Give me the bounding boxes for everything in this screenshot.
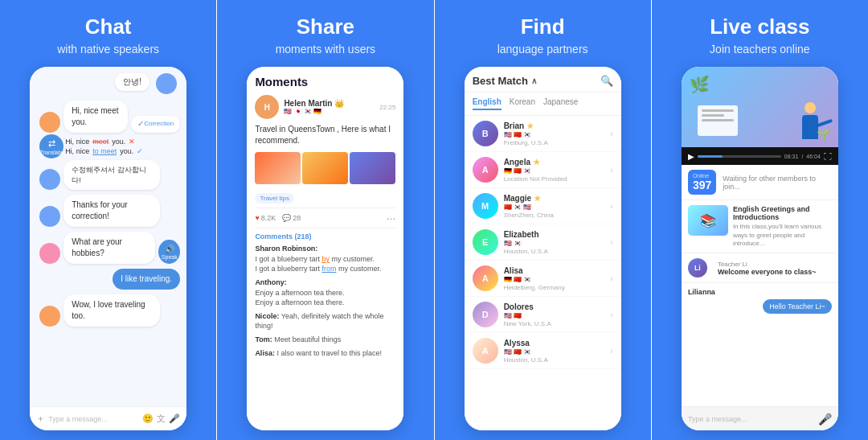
mic-icon[interactable]: 🎤 — [818, 413, 832, 426]
tab-korean[interactable]: Korean — [510, 97, 535, 110]
chat-message: Thanks for your correction! — [36, 195, 180, 227]
comment-entry: Tom: Meet beautiful things — [255, 335, 395, 345]
user-flags: 🇩🇪 🇨🇳 🇰🇷 — [504, 276, 610, 283]
wb-line — [702, 109, 734, 112]
translate-icon[interactable]: 文 — [157, 413, 166, 425]
wb-line — [702, 119, 734, 121]
plus-icon[interactable]: ＋ — [36, 413, 45, 425]
user-name: Brian ★ — [504, 121, 610, 130]
list-item[interactable]: E Elizabeth 🇺🇸 🇰🇷 Houston, U.S.A › — [465, 224, 621, 261]
chat-panel: Chat with native speakers 안녕! Hi, nice m… — [0, 0, 216, 440]
speak-button[interactable]: 🔊 Speak — [158, 240, 180, 264]
chat-phone: 안녕! Hi, nice meet you. ✓ Correction ⇄ — [30, 67, 186, 430]
user-flags: 🇨🇳 🇰🇷 🇺🇸 — [504, 204, 610, 211]
decor-plant: 🌱 — [817, 128, 830, 141]
post-header: H Helen Martin 👑 🇺🇸 🇯🇵 🇰🇷 🇩🇪 22:25 — [255, 95, 395, 119]
chevron-right-icon: › — [610, 273, 613, 283]
chat-subtitle: with native speakers — [57, 43, 159, 56]
find-screen: Best Match ∧ 🔍 English Korean Japanese B… — [465, 67, 621, 430]
user-name: Maggie ★ — [504, 194, 610, 203]
photo-grid — [255, 152, 395, 184]
find-panel: Find language partners Best Match ∧ 🔍 En… — [435, 0, 651, 440]
translate-button[interactable]: ⇄ Translate — [39, 134, 63, 158]
find-header: Best Match ∧ 🔍 — [465, 67, 621, 93]
list-item[interactable]: A Alisa 🇩🇪 🇨🇳 🇰🇷 Heidelberg, Germany › — [465, 261, 621, 297]
check-icon: ✓ — [137, 147, 143, 155]
avatar — [39, 112, 60, 133]
mic-input-icon[interactable]: 🎤 — [169, 413, 180, 424]
find-phone: Best Match ∧ 🔍 English Korean Japanese B… — [465, 67, 621, 430]
best-match-title: Best Match ∧ — [473, 75, 600, 87]
user-name: Dolores — [504, 302, 610, 311]
share-panel: Share moments with users Moments H Helen… — [217, 0, 433, 440]
crown-icon: 👑 — [334, 99, 344, 108]
photo-thumb — [255, 152, 301, 184]
avatar: D — [473, 302, 498, 327]
list-item[interactable]: M Maggie ★ 🇨🇳 🇰🇷 🇺🇸 ShenZhen, China › — [465, 188, 621, 224]
list-item[interactable]: D Dolores 🇺🇸 🇨🇳 New York, U.S.A › — [465, 297, 621, 333]
class-desc: In this class,you'll learn various ways … — [733, 223, 832, 248]
star-icon: ★ — [526, 121, 534, 130]
person-body — [802, 115, 818, 139]
share-phone: Moments H Helen Martin 👑 🇺🇸 🇯🇵 🇰🇷 🇩🇪 22:… — [247, 67, 403, 430]
find-subtitle: language partners — [497, 43, 588, 56]
chat-input[interactable]: Type a message... — [48, 415, 139, 423]
live-message-bubble: Hello Teacher Li~ — [763, 299, 832, 314]
avatar: A — [473, 157, 498, 183]
user-flags: 🇩🇪 🇨🇳 🇰🇷 — [504, 167, 610, 175]
user-location: Freiburg, U.S.A — [504, 139, 610, 146]
live-chat-placeholder[interactable]: Type a message... — [688, 415, 813, 423]
progress-fill — [698, 155, 723, 158]
live-screen: 🌿 🌱 ▶ 08:31 / 46:04 ⛶ Online 397 — [682, 67, 838, 430]
comments-section: Comments (218) Sharon Robinson: I got a … — [255, 232, 395, 361]
teacher-row: Li Teacher Li Welcome everyone to class~ — [682, 253, 838, 283]
user-name: Alyssa — [504, 339, 610, 347]
user-name: Angela ★ — [504, 158, 610, 167]
chevron-right-icon: › — [610, 201, 613, 211]
tab-japanese[interactable]: Japanese — [543, 97, 578, 110]
user-location: Heidelberg, Germany — [504, 284, 610, 291]
travel-tag: Travel tips — [255, 193, 294, 204]
search-icon[interactable]: 🔍 — [600, 75, 613, 87]
list-item[interactable]: A Angela ★ 🇩🇪 🇨🇳 🇰🇷 Location Not Provide… — [465, 152, 621, 188]
emoji-icon[interactable]: 🙂 — [142, 413, 154, 424]
share-title: Share — [297, 14, 354, 39]
fullscreen-icon[interactable]: ⛶ — [824, 152, 832, 161]
live-chat-input: Type a message... 🎤 — [682, 406, 838, 430]
list-item[interactable]: B Brian ★ 🇺🇸 🇨🇳 🇰🇷 Freiburg, U.S.A › — [465, 116, 621, 152]
live-panel: Live class Join teachers online — [652, 0, 868, 440]
user-name: Helen Martin 👑 — [284, 99, 379, 108]
bubble: Wow, I love traveling too. — [63, 294, 160, 327]
bubble: Thanks for your correction! — [63, 195, 160, 227]
bubble: Hi, nice meet you. — [63, 101, 128, 133]
progress-bar[interactable] — [698, 155, 781, 158]
teacher-illustration — [802, 115, 818, 139]
user-details: Brian ★ 🇺🇸 🇨🇳 🇰🇷 Freiburg, U.S.A — [504, 121, 610, 146]
comment-entry: Sharon Robinson: I got a blueberry tart … — [255, 244, 395, 274]
photo-thumb — [350, 152, 395, 184]
user-details: Elizabeth 🇺🇸 🇰🇷 Houston, U.S.A — [504, 230, 610, 255]
chat-input-bar: ＋ Type a message... 🙂 文 🎤 — [30, 406, 186, 430]
avatar: E — [473, 229, 498, 255]
check-icon: ✓ — [137, 119, 144, 128]
video-controls: ▶ 08:31 / 46:04 ⛶ — [682, 147, 838, 165]
more-icon[interactable]: ··· — [387, 212, 396, 224]
class-title: English Greetings and Introductions — [733, 205, 832, 221]
chevron-right-icon: › — [610, 165, 613, 175]
person-head — [805, 102, 816, 113]
chat-message: Wow, I love traveling too. — [36, 294, 180, 327]
tab-english[interactable]: English — [473, 97, 502, 110]
comment-entry: Nicole: Yeah, definitely watch the whole… — [255, 311, 395, 331]
waiting-text: Waiting for other members to join... — [723, 175, 832, 191]
user-location: Location Not Provided — [504, 175, 610, 183]
user-flags: 🇺🇸 🇰🇷 — [504, 240, 610, 247]
play-button[interactable]: ▶ — [688, 152, 694, 161]
live-subtitle: Join teachers online — [710, 43, 810, 56]
list-item[interactable]: A Alyssa 🇺🇸 🇨🇳 🇰🇷 Houston, U.S.A › — [465, 333, 621, 369]
time-total: 46:04 — [806, 154, 821, 159]
user-details: Angela ★ 🇩🇪 🇨🇳 🇰🇷 Location Not Provided — [504, 158, 610, 183]
online-count-box: Online 397 — [688, 170, 716, 195]
language-tabs: English Korean Japanese — [465, 93, 621, 116]
user-name: Alisa — [504, 266, 610, 275]
bubble: 수정해주셔서 감사합니다! — [63, 160, 160, 190]
